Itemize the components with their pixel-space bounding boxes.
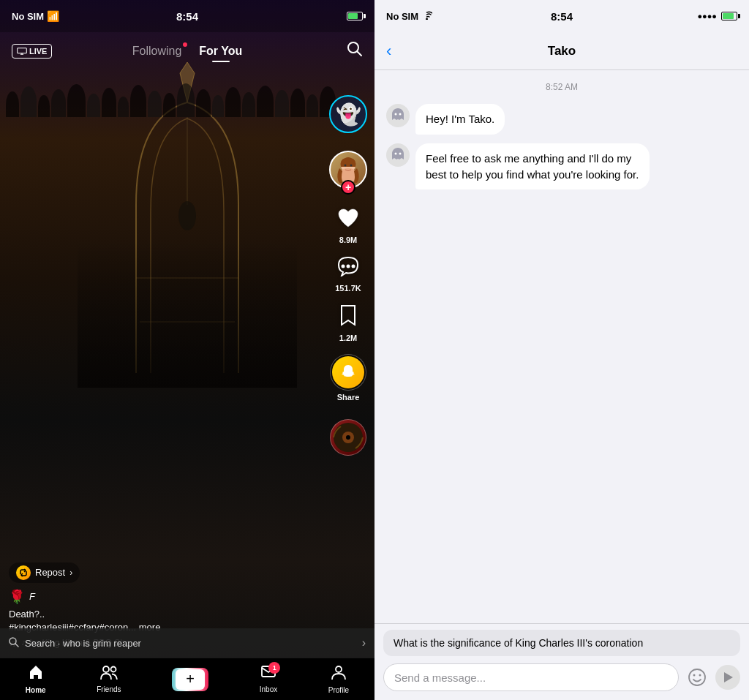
likes-count: 8.9M: [339, 236, 357, 244]
send-button[interactable]: [715, 665, 740, 690]
share-label: Share: [337, 393, 360, 402]
action-sidebar: 👻 +: [329, 95, 367, 456]
tako-ghost-icon-2: [389, 146, 407, 164]
svg-line-8: [358, 52, 362, 56]
profile-icon: [331, 664, 347, 685]
for-you-tab[interactable]: For You: [199, 45, 242, 58]
creator-avatar-container[interactable]: 👻: [329, 95, 367, 133]
nav-add[interactable]: +: [172, 668, 208, 691]
right-status-bar: No SIM 8:54 ●●●●: [374, 0, 749, 32]
svg-point-30: [693, 674, 696, 677]
message-placeholder: Send a message...: [394, 671, 486, 684]
share-inner: [332, 356, 364, 388]
svg-point-23: [336, 666, 342, 672]
bookmark-icon: [339, 304, 358, 331]
username: F: [29, 591, 35, 602]
nav-home[interactable]: Home: [26, 664, 46, 694]
svg-point-10: [345, 165, 347, 167]
nav-profile[interactable]: Profile: [328, 664, 349, 694]
right-battery-fill: [723, 13, 734, 19]
repost-label: Repost: [35, 567, 65, 578]
notification-dot: [183, 42, 187, 47]
chat-header: ‹ Tako: [374, 32, 749, 70]
tako-message-1: Hey! I'm Tako.: [386, 104, 737, 135]
message-input[interactable]: Send a message...: [383, 663, 679, 691]
chat-messages-area[interactable]: 8:52 AM Hey! I'm Tako.: [374, 70, 749, 623]
emoji-button[interactable]: [685, 665, 710, 690]
top-navigation: LIVE Following For You: [0, 32, 374, 70]
search-bar[interactable]: Search · who is grim reaper ›: [0, 628, 374, 658]
follow-plus-button[interactable]: +: [341, 180, 355, 195]
nav-friends[interactable]: Friends: [97, 665, 121, 693]
search-bar-icon: [9, 637, 19, 650]
repost-arrow-icon: ›: [69, 568, 72, 578]
comment-button[interactable]: 151.7K: [335, 256, 361, 293]
live-button[interactable]: LIVE: [12, 44, 52, 59]
right-signal-icon: [421, 11, 432, 22]
tako-ghost-icon: [389, 107, 407, 124]
emoji-icon: [688, 668, 707, 687]
search-icon: [347, 41, 363, 57]
carrier-signal: No SIM 📶: [12, 10, 59, 22]
search-button[interactable]: [347, 41, 363, 61]
repost-button[interactable]: Repost ›: [9, 562, 80, 583]
status-right: [347, 12, 363, 20]
comment-icon: [337, 256, 359, 282]
signal-icon: 📶: [47, 10, 59, 22]
add-button[interactable]: +: [172, 668, 208, 691]
right-time: 8:54: [551, 10, 573, 23]
svg-point-26: [399, 113, 402, 116]
tako-bubble-1: Hey! I'm Tako.: [415, 104, 505, 135]
following-tab[interactable]: Following: [132, 45, 182, 58]
right-battery: [721, 12, 737, 20]
svg-point-21: [110, 667, 116, 672]
battery-icon: [347, 12, 363, 20]
send-arrow-icon: [724, 672, 733, 682]
tiktok-panel: No SIM 📶 8:54 LIVE Following For: [0, 0, 374, 700]
status-bar: No SIM 📶 8:54: [0, 0, 374, 32]
music-disc-svg: [332, 421, 364, 454]
svg-point-24: [426, 18, 428, 20]
svg-point-27: [395, 152, 397, 154]
back-button[interactable]: ‹: [386, 42, 391, 61]
search-bar-text: Search · who is grim reaper: [25, 638, 356, 649]
bookmarks-count: 1.2M: [339, 334, 357, 342]
svg-point-11: [350, 165, 353, 167]
inbox-label: Inbox: [260, 685, 277, 693]
battery-fill: [348, 13, 358, 19]
svg-point-28: [399, 152, 402, 154]
snapchat-icon: [339, 364, 357, 381]
svg-point-3: [178, 201, 196, 230]
svg-point-20: [103, 666, 109, 672]
repost-icon: [16, 565, 31, 580]
like-button[interactable]: 8.9M: [337, 208, 359, 244]
home-label: Home: [26, 686, 46, 694]
friends-label: Friends: [97, 685, 121, 693]
search-bar-arrow-icon: ›: [362, 636, 366, 650]
svg-point-17: [346, 435, 350, 440]
live-tv-icon: [17, 46, 27, 56]
suggested-query[interactable]: What is the significance of King Charles…: [383, 630, 740, 656]
tako-bubble-2: Feel free to ask me anything and I'll do…: [415, 143, 650, 190]
flower-icon: 🌹: [9, 589, 25, 605]
svg-point-13: [346, 265, 350, 268]
inbox-badge: 1: [268, 662, 280, 674]
carrier-text: No SIM: [12, 11, 44, 22]
music-disc-avatar[interactable]: [330, 419, 366, 456]
follow-avatar-container[interactable]: +: [329, 151, 367, 189]
tako-avatar-2: [386, 143, 410, 167]
share-button[interactable]: Share: [330, 354, 366, 402]
heart-icon: [337, 208, 359, 233]
add-plus-icon: +: [176, 669, 205, 690]
nav-inbox[interactable]: 1 Inbox: [260, 665, 277, 693]
profile-label: Profile: [328, 686, 349, 694]
home-icon: [28, 664, 44, 685]
comments-count: 151.7K: [335, 284, 361, 293]
tako-chat-panel: No SIM 8:54 ●●●● ‹ Tako 8:52 AM: [374, 0, 749, 700]
message-timestamp: 8:52 AM: [386, 82, 737, 92]
right-signal-bars: ●●●●: [697, 12, 717, 20]
svg-point-12: [341, 265, 345, 268]
right-carrier-text: No SIM: [386, 11, 418, 22]
tako-message-2: Feel free to ask me anything and I'll do…: [386, 143, 737, 190]
bookmark-button[interactable]: 1.2M: [339, 304, 358, 342]
